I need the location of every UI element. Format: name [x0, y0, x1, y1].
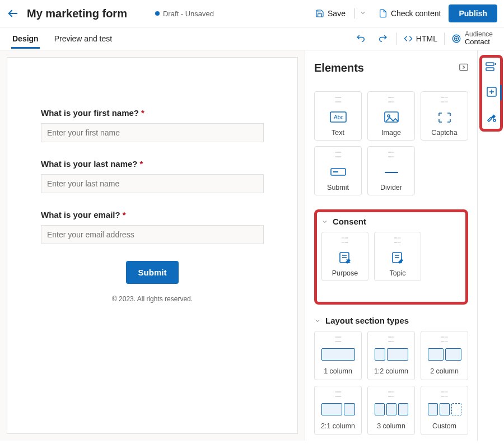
- submit-icon: [330, 162, 346, 183]
- rail-highlight: [479, 55, 503, 132]
- layout-section-header[interactable]: Layout section types: [314, 316, 468, 325]
- tile-label: 1 column: [324, 367, 352, 375]
- tile-label: Captcha: [431, 129, 458, 137]
- tile-label: 2:1 column: [321, 422, 355, 430]
- grip-icon: ┅┅┅┅: [388, 335, 395, 344]
- save-button[interactable]: Save: [311, 7, 350, 20]
- form-fields-icon: [486, 62, 497, 72]
- status-dot-icon: [155, 11, 160, 16]
- consent-title: Consent: [333, 217, 366, 226]
- add-element-icon: [486, 86, 497, 97]
- layout-tile-custom[interactable]: ┅┅┅┅ Custom: [421, 386, 468, 435]
- required-star-icon: *: [123, 210, 126, 219]
- consent-section-header[interactable]: Consent: [321, 217, 461, 226]
- element-tile-purpose[interactable]: ┅┅┅┅ Purpose: [321, 232, 368, 281]
- status-text: Draft - Unsaved: [163, 10, 214, 18]
- status-group: Draft - Unsaved: [155, 10, 305, 18]
- text-icon: Abc: [330, 108, 347, 128]
- basic-elements-grid: ┅┅┅┅ Abc Text ┅┅┅┅ Image ┅┅┅┅ Captcha: [314, 91, 468, 195]
- element-tile-text[interactable]: ┅┅┅┅ Abc Text: [314, 91, 362, 141]
- canvas-column: What is your first name?* What is your l…: [0, 50, 305, 441]
- tile-label: Topic: [389, 269, 405, 277]
- element-tile-divider[interactable]: ┅┅┅┅ Divider: [367, 146, 415, 195]
- tile-label: Text: [332, 129, 344, 137]
- layout-tile-2-1col[interactable]: ┅┅┅┅ 2:1 column: [314, 386, 362, 435]
- grip-icon: ┅┅┅┅: [342, 236, 348, 245]
- element-tile-topic[interactable]: ┅┅┅┅ Topic: [374, 232, 421, 281]
- publish-button[interactable]: Publish: [449, 4, 497, 22]
- undo-icon: [356, 33, 366, 43]
- subnav-right: HTML Audience Contact: [354, 31, 493, 47]
- divider-icon: [384, 162, 399, 183]
- target-icon: [451, 34, 461, 44]
- grip-icon: ┅┅┅┅: [388, 150, 395, 159]
- form-field[interactable]: What is your email?*: [41, 210, 264, 244]
- subnav: Design Preview and test HTML Audience Co…: [0, 27, 504, 50]
- field-label: What is your last name?*: [41, 159, 264, 169]
- layout-grid: ┅┅┅┅ 1 column ┅┅┅┅ 1:2 column ┅┅┅┅ 2 col…: [314, 331, 468, 435]
- layout-tile-2col[interactable]: ┅┅┅┅ 2 column: [421, 331, 468, 380]
- svg-rect-20: [486, 68, 494, 71]
- tile-label: Divider: [380, 184, 402, 191]
- svg-text:Abc: Abc: [334, 114, 343, 120]
- svg-point-8: [388, 115, 390, 117]
- redo-button[interactable]: [375, 31, 390, 47]
- field-label: What is your email?*: [41, 210, 264, 219]
- email-input[interactable]: [41, 225, 264, 244]
- collapse-icon: [459, 63, 468, 71]
- grip-icon: ┅┅┅┅: [388, 390, 395, 399]
- layout-title: Layout section types: [325, 316, 409, 325]
- panel-title: Elements: [314, 62, 364, 74]
- html-toggle-button[interactable]: HTML: [404, 34, 437, 43]
- first-name-input[interactable]: [41, 123, 264, 142]
- layout-tile-3col[interactable]: ┅┅┅┅ 3 column: [367, 386, 415, 435]
- grip-icon: ┅┅┅┅: [335, 390, 342, 399]
- element-tile-captcha[interactable]: ┅┅┅┅ Captcha: [421, 91, 468, 141]
- layout-tile-1col[interactable]: ┅┅┅┅ 1 column: [314, 331, 362, 380]
- html-label: HTML: [416, 34, 437, 43]
- code-icon: [404, 34, 413, 43]
- chevron-down-icon: [314, 317, 321, 324]
- tile-label: Custom: [432, 422, 456, 430]
- last-name-input[interactable]: [41, 174, 264, 193]
- save-dropdown-button[interactable]: [360, 9, 366, 18]
- layout-tile-1-2col[interactable]: ┅┅┅┅ 1:2 column: [367, 331, 415, 380]
- form-field[interactable]: What is your last name?*: [41, 159, 264, 193]
- undo-button[interactable]: [354, 31, 368, 47]
- required-star-icon: *: [141, 108, 144, 118]
- tab-design[interactable]: Design: [11, 29, 40, 49]
- chevron-down-icon: [321, 218, 328, 225]
- back-icon[interactable]: [7, 7, 19, 20]
- workspace: What is your first name?* What is your l…: [0, 50, 504, 441]
- element-tile-image[interactable]: ┅┅┅┅ Image: [367, 91, 415, 141]
- tile-label: 1:2 column: [374, 367, 408, 375]
- svg-point-26: [493, 119, 496, 121]
- rail-settings-button[interactable]: [484, 110, 498, 125]
- tile-label: 3 column: [377, 422, 405, 430]
- form-canvas[interactable]: What is your first name?* What is your l…: [7, 57, 298, 434]
- tile-label: Image: [381, 129, 401, 137]
- audience-value: Contact: [465, 38, 493, 46]
- separator: [444, 32, 445, 45]
- svg-rect-19: [486, 63, 494, 66]
- form-field[interactable]: What is your first name?*: [41, 108, 264, 142]
- consent-section-highlight: Consent ┅┅┅┅ Purpose ┅┅┅┅ Topic: [314, 209, 468, 305]
- grip-icon: ┅┅┅┅: [394, 236, 401, 245]
- rail-elements-button[interactable]: [485, 85, 502, 100]
- grip-icon: ┅┅┅┅: [335, 150, 342, 159]
- grip-icon: ┅┅┅┅: [335, 335, 342, 344]
- save-icon: [315, 9, 324, 18]
- grip-icon: ┅┅┅┅: [388, 95, 395, 104]
- captcha-icon: [437, 108, 452, 128]
- element-tile-submit[interactable]: ┅┅┅┅ Submit: [314, 146, 362, 195]
- check-content-button[interactable]: Check content: [374, 7, 446, 20]
- collapse-panel-button[interactable]: [459, 63, 468, 73]
- tab-preview[interactable]: Preview and test: [53, 29, 114, 49]
- required-star-icon: *: [140, 159, 143, 169]
- form-submit-button[interactable]: Submit: [126, 261, 179, 284]
- audience-selector[interactable]: Audience Contact: [451, 31, 493, 46]
- tile-label: Submit: [327, 184, 349, 191]
- tile-label: Purpose: [332, 269, 358, 277]
- rail-fields-button[interactable]: [484, 61, 498, 75]
- consent-grid: ┅┅┅┅ Purpose ┅┅┅┅ Topic: [321, 232, 461, 281]
